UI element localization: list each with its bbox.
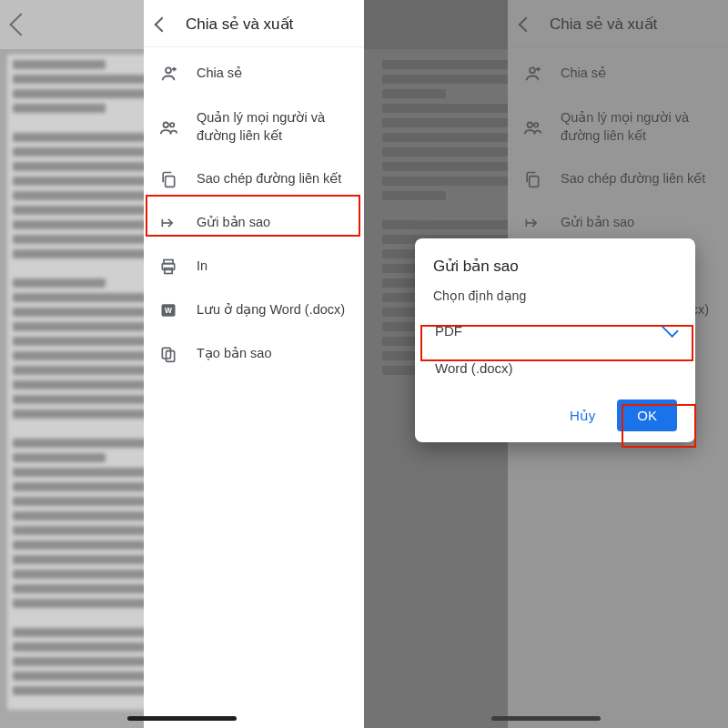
panel-header: Chia sẻ và xuất	[144, 0, 364, 47]
people-icon	[158, 117, 178, 137]
dialog-button-row: Hủy OK	[433, 394, 677, 431]
home-indicator	[127, 716, 237, 721]
option-label: Word (.docx)	[435, 360, 513, 376]
menu-item-share[interactable]: Chia sẻ	[144, 51, 364, 96]
back-icon[interactable]	[9, 13, 32, 35]
menu-item-label: Tạo bản sao	[197, 345, 349, 363]
check-icon	[661, 319, 679, 338]
option-label: PDF	[435, 323, 462, 339]
share-export-panel: Chia sẻ và xuất Chia sẻ	[144, 0, 364, 728]
menu-item-copy-link[interactable]: Sao chép đường liên kết	[144, 157, 364, 201]
send-icon	[158, 214, 178, 232]
print-icon	[158, 258, 178, 276]
format-option-pdf[interactable]: PDF	[433, 312, 677, 349]
cancel-button[interactable]: Hủy	[564, 399, 601, 431]
svg-point-2	[170, 123, 174, 126]
menu-item-label: Quản lý mọi người và đường liên kết	[197, 109, 349, 145]
svg-point-0	[166, 67, 171, 73]
document-preview-blurred	[7, 55, 162, 710]
menu-item-save-word[interactable]: W Lưu ở dạng Word (.docx)	[144, 288, 364, 332]
menu-item-label: Sao chép đường liên kết	[197, 170, 349, 188]
menu-item-label: Gửi bản sao	[197, 214, 349, 232]
ok-button[interactable]: OK	[617, 399, 677, 431]
back-icon[interactable]	[155, 16, 170, 32]
duplicate-icon	[158, 345, 178, 363]
svg-point-1	[164, 122, 169, 127]
menu-item-label: In	[197, 258, 349, 276]
phone-screenshot-left: Chia sẻ và xuất Chia sẻ	[0, 0, 364, 728]
panel-title: Chia sẻ và xuất	[186, 15, 293, 34]
menu-item-make-copy[interactable]: Tạo bản sao	[144, 332, 364, 376]
phone-screenshot-right: Chia sẻ và xuất Chia sẻ	[364, 0, 728, 728]
word-icon: W	[158, 301, 178, 319]
menu-item-label: Lưu ở dạng Word (.docx)	[197, 301, 349, 319]
menu-item-print[interactable]: In	[144, 245, 364, 288]
panel-menu: Chia sẻ Quản lý mọi người và đường liên …	[144, 47, 364, 376]
dialog-subtitle: Chọn định dạng	[433, 288, 677, 303]
menu-item-send-copy[interactable]: Gửi bản sao	[144, 201, 364, 245]
send-copy-dialog: Gửi bản sao Chọn định dạng PDF Word (.do…	[415, 238, 695, 442]
dialog-title: Gửi bản sao	[433, 257, 677, 276]
person-add-icon	[158, 64, 178, 84]
menu-item-label: Chia sẻ	[197, 65, 349, 83]
svg-text:W: W	[165, 306, 172, 315]
copy-icon	[158, 170, 178, 188]
menu-item-manage-people[interactable]: Quản lý mọi người và đường liên kết	[144, 96, 364, 157]
format-option-docx[interactable]: Word (.docx)	[433, 349, 677, 387]
svg-rect-3	[166, 177, 175, 187]
